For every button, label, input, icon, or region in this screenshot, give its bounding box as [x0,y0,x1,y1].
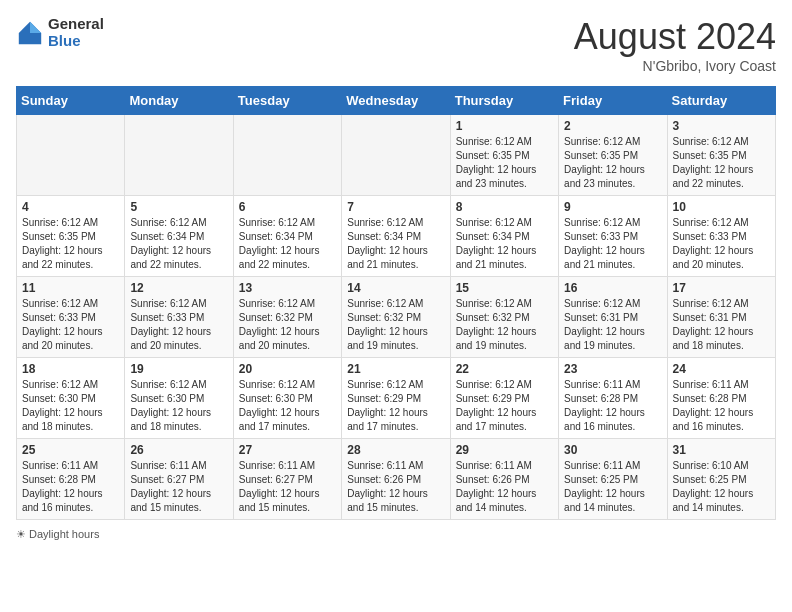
day-number: 14 [347,281,444,295]
day-info: Sunrise: 6:11 AM Sunset: 6:28 PM Dayligh… [673,379,754,432]
day-number: 16 [564,281,661,295]
day-number: 10 [673,200,770,214]
calendar-title: August 2024 [574,16,776,58]
day-info: Sunrise: 6:12 AM Sunset: 6:32 PM Dayligh… [456,298,537,351]
day-info: Sunrise: 6:12 AM Sunset: 6:34 PM Dayligh… [130,217,211,270]
day-info: Sunrise: 6:10 AM Sunset: 6:25 PM Dayligh… [673,460,754,513]
day-number: 24 [673,362,770,376]
day-number: 4 [22,200,119,214]
day-info: Sunrise: 6:11 AM Sunset: 6:25 PM Dayligh… [564,460,645,513]
day-number: 6 [239,200,336,214]
logo: General Blue [16,16,104,49]
day-cell: 11Sunrise: 6:12 AM Sunset: 6:33 PM Dayli… [17,277,125,358]
day-info: Sunrise: 6:12 AM Sunset: 6:33 PM Dayligh… [130,298,211,351]
day-cell: 6Sunrise: 6:12 AM Sunset: 6:34 PM Daylig… [233,196,341,277]
day-number: 19 [130,362,227,376]
day-cell: 22Sunrise: 6:12 AM Sunset: 6:29 PM Dayli… [450,358,558,439]
day-info: Sunrise: 6:11 AM Sunset: 6:27 PM Dayligh… [239,460,320,513]
day-number: 21 [347,362,444,376]
day-info: Sunrise: 6:12 AM Sunset: 6:33 PM Dayligh… [564,217,645,270]
calendar-subtitle: N'Gbribo, Ivory Coast [574,58,776,74]
day-info: Sunrise: 6:12 AM Sunset: 6:34 PM Dayligh… [347,217,428,270]
day-info: Sunrise: 6:12 AM Sunset: 6:30 PM Dayligh… [239,379,320,432]
day-number: 12 [130,281,227,295]
day-number: 13 [239,281,336,295]
day-cell: 4Sunrise: 6:12 AM Sunset: 6:35 PM Daylig… [17,196,125,277]
day-cell: 12Sunrise: 6:12 AM Sunset: 6:33 PM Dayli… [125,277,233,358]
day-cell [342,115,450,196]
day-number: 22 [456,362,553,376]
day-cell: 1Sunrise: 6:12 AM Sunset: 6:35 PM Daylig… [450,115,558,196]
day-cell: 19Sunrise: 6:12 AM Sunset: 6:30 PM Dayli… [125,358,233,439]
day-cell: 13Sunrise: 6:12 AM Sunset: 6:32 PM Dayli… [233,277,341,358]
day-info: Sunrise: 6:12 AM Sunset: 6:30 PM Dayligh… [130,379,211,432]
day-number: 31 [673,443,770,457]
day-info: Sunrise: 6:12 AM Sunset: 6:30 PM Dayligh… [22,379,103,432]
day-info: Sunrise: 6:12 AM Sunset: 6:35 PM Dayligh… [456,136,537,189]
day-cell: 24Sunrise: 6:11 AM Sunset: 6:28 PM Dayli… [667,358,775,439]
day-number: 9 [564,200,661,214]
day-info: Sunrise: 6:12 AM Sunset: 6:34 PM Dayligh… [456,217,537,270]
week-row-4: 18Sunrise: 6:12 AM Sunset: 6:30 PM Dayli… [17,358,776,439]
day-info: Sunrise: 6:12 AM Sunset: 6:35 PM Dayligh… [22,217,103,270]
week-row-5: 25Sunrise: 6:11 AM Sunset: 6:28 PM Dayli… [17,439,776,520]
day-info: Sunrise: 6:11 AM Sunset: 6:26 PM Dayligh… [456,460,537,513]
day-cell: 31Sunrise: 6:10 AM Sunset: 6:25 PM Dayli… [667,439,775,520]
day-number: 1 [456,119,553,133]
logo-icon [16,19,44,47]
day-cell: 30Sunrise: 6:11 AM Sunset: 6:25 PM Dayli… [559,439,667,520]
day-info: Sunrise: 6:12 AM Sunset: 6:33 PM Dayligh… [22,298,103,351]
header-monday: Monday [125,87,233,115]
day-cell: 7Sunrise: 6:12 AM Sunset: 6:34 PM Daylig… [342,196,450,277]
day-number: 28 [347,443,444,457]
week-row-2: 4Sunrise: 6:12 AM Sunset: 6:35 PM Daylig… [17,196,776,277]
week-row-1: 1Sunrise: 6:12 AM Sunset: 6:35 PM Daylig… [17,115,776,196]
day-info: Sunrise: 6:12 AM Sunset: 6:35 PM Dayligh… [564,136,645,189]
header-tuesday: Tuesday [233,87,341,115]
logo-text: General Blue [48,16,104,49]
day-info: Sunrise: 6:12 AM Sunset: 6:35 PM Dayligh… [673,136,754,189]
day-info: Sunrise: 6:12 AM Sunset: 6:29 PM Dayligh… [456,379,537,432]
header-row: SundayMondayTuesdayWednesdayThursdayFrid… [17,87,776,115]
day-number: 5 [130,200,227,214]
day-cell: 28Sunrise: 6:11 AM Sunset: 6:26 PM Dayli… [342,439,450,520]
calendar-table: SundayMondayTuesdayWednesdayThursdayFrid… [16,86,776,520]
day-cell: 17Sunrise: 6:12 AM Sunset: 6:31 PM Dayli… [667,277,775,358]
header-friday: Friday [559,87,667,115]
day-cell: 10Sunrise: 6:12 AM Sunset: 6:33 PM Dayli… [667,196,775,277]
header-saturday: Saturday [667,87,775,115]
day-info: Sunrise: 6:12 AM Sunset: 6:33 PM Dayligh… [673,217,754,270]
day-info: Sunrise: 6:12 AM Sunset: 6:31 PM Dayligh… [564,298,645,351]
day-number: 18 [22,362,119,376]
day-number: 29 [456,443,553,457]
day-number: 20 [239,362,336,376]
day-info: Sunrise: 6:12 AM Sunset: 6:32 PM Dayligh… [239,298,320,351]
day-cell: 27Sunrise: 6:11 AM Sunset: 6:27 PM Dayli… [233,439,341,520]
day-cell: 18Sunrise: 6:12 AM Sunset: 6:30 PM Dayli… [17,358,125,439]
day-number: 7 [347,200,444,214]
day-info: Sunrise: 6:12 AM Sunset: 6:29 PM Dayligh… [347,379,428,432]
day-cell: 8Sunrise: 6:12 AM Sunset: 6:34 PM Daylig… [450,196,558,277]
day-number: 11 [22,281,119,295]
day-cell: 29Sunrise: 6:11 AM Sunset: 6:26 PM Dayli… [450,439,558,520]
day-number: 30 [564,443,661,457]
day-cell: 25Sunrise: 6:11 AM Sunset: 6:28 PM Dayli… [17,439,125,520]
day-number: 25 [22,443,119,457]
day-cell: 23Sunrise: 6:11 AM Sunset: 6:28 PM Dayli… [559,358,667,439]
day-cell: 2Sunrise: 6:12 AM Sunset: 6:35 PM Daylig… [559,115,667,196]
day-cell: 15Sunrise: 6:12 AM Sunset: 6:32 PM Dayli… [450,277,558,358]
header-wednesday: Wednesday [342,87,450,115]
day-number: 8 [456,200,553,214]
day-info: Sunrise: 6:11 AM Sunset: 6:26 PM Dayligh… [347,460,428,513]
day-number: 27 [239,443,336,457]
day-cell: 20Sunrise: 6:12 AM Sunset: 6:30 PM Dayli… [233,358,341,439]
header-thursday: Thursday [450,87,558,115]
day-number: 3 [673,119,770,133]
day-cell: 3Sunrise: 6:12 AM Sunset: 6:35 PM Daylig… [667,115,775,196]
title-block: August 2024 N'Gbribo, Ivory Coast [574,16,776,74]
day-cell: 26Sunrise: 6:11 AM Sunset: 6:27 PM Dayli… [125,439,233,520]
day-info: Sunrise: 6:12 AM Sunset: 6:32 PM Dayligh… [347,298,428,351]
day-number: 23 [564,362,661,376]
day-number: 2 [564,119,661,133]
day-cell [125,115,233,196]
